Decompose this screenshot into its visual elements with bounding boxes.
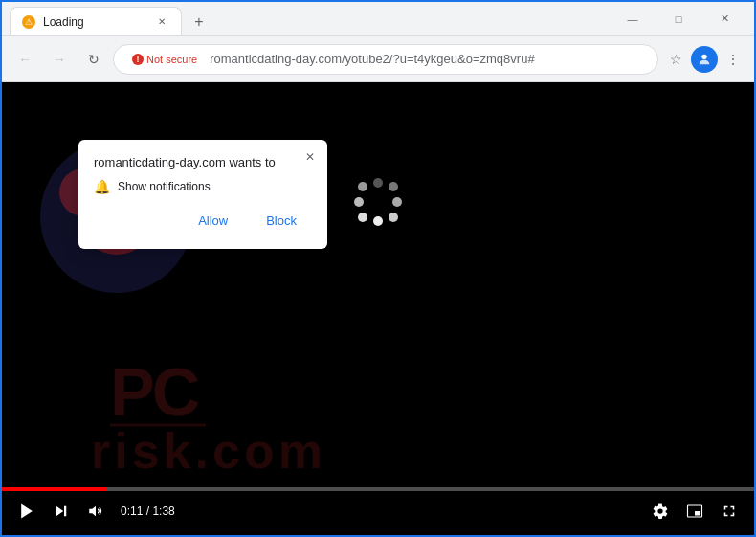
security-icon: ! xyxy=(132,54,144,65)
url-display: romanticdating-day.com/yotube2/?u=t4ykge… xyxy=(210,52,646,66)
spinner-dot-7 xyxy=(358,182,367,191)
address-actions: ☆ ⋮ xyxy=(662,46,746,73)
tab-favicon: ⚠ xyxy=(22,15,35,29)
progress-fill xyxy=(2,487,106,491)
spinner-dot-6 xyxy=(354,197,364,207)
new-tab-button[interactable]: + xyxy=(186,9,212,35)
settings-button[interactable] xyxy=(647,498,674,525)
popup-close-button[interactable]: ✕ xyxy=(300,147,320,167)
minimize-button[interactable]: — xyxy=(611,2,655,36)
active-tab[interactable]: ⚠ Loading ✕ xyxy=(10,7,182,35)
popup-row-text: Show notifications xyxy=(118,180,211,193)
bookmark-button[interactable]: ☆ xyxy=(662,46,689,73)
video-controls: 0:11 / 1:38 xyxy=(2,487,754,535)
popup-actions: Allow Block xyxy=(94,208,312,234)
close-button[interactable]: ✕ xyxy=(702,2,746,36)
security-label: Not secure xyxy=(146,54,197,65)
spinner-dot-4 xyxy=(373,216,383,226)
svg-marker-7 xyxy=(89,506,96,517)
tab-title: Loading xyxy=(43,15,146,29)
bell-icon: 🔔 xyxy=(94,179,110,194)
play-button[interactable] xyxy=(13,498,40,525)
svg-point-0 xyxy=(701,54,706,58)
popup-notification-row: 🔔 Show notifications xyxy=(94,179,312,194)
security-indicator[interactable]: ! Not secure xyxy=(125,51,204,68)
svg-rect-9 xyxy=(695,511,700,516)
svg-text:risk.com: risk.com xyxy=(91,423,326,478)
address-input[interactable]: ! Not secure romanticdating-day.com/yotu… xyxy=(113,44,658,75)
menu-button[interactable]: ⋮ xyxy=(720,46,746,73)
fullscreen-button[interactable] xyxy=(716,498,743,525)
notification-popup: ✕ romanticdating-day.com wants to 🔔 Show… xyxy=(78,140,327,249)
spinner-dot-0 xyxy=(373,178,383,188)
popup-title: romanticdating-day.com wants to xyxy=(94,155,312,169)
progress-bar[interactable] xyxy=(2,487,754,491)
forward-button[interactable]: → xyxy=(44,44,75,75)
svg-marker-5 xyxy=(56,506,64,517)
spinner-dot-5 xyxy=(358,213,367,222)
svg-marker-4 xyxy=(21,504,33,519)
refresh-button[interactable]: ↻ xyxy=(78,44,109,75)
content-area: PC risk.com 0:11 / 1:38 xyxy=(2,82,754,535)
block-button[interactable]: Block xyxy=(251,208,312,234)
tab-close-button[interactable]: ✕ xyxy=(154,14,169,30)
watermark-svg: PC risk.com xyxy=(91,363,665,478)
back-button[interactable]: ← xyxy=(10,44,40,75)
volume-button[interactable] xyxy=(82,498,109,525)
svg-text:PC: PC xyxy=(110,363,199,430)
svg-rect-6 xyxy=(64,506,66,517)
spinner-dot-2 xyxy=(392,197,402,207)
next-button[interactable] xyxy=(48,498,75,525)
address-bar: ← → ↻ ! Not secure romanticdating-day.co… xyxy=(2,36,754,82)
spinner-dot-1 xyxy=(389,182,398,191)
watermark: PC risk.com xyxy=(2,363,754,478)
tab-strip: ⚠ Loading ✕ + xyxy=(10,2,607,35)
title-bar: ⚠ Loading ✕ + — □ ✕ xyxy=(2,2,754,36)
profile-button[interactable] xyxy=(691,46,718,73)
miniplayer-button[interactable] xyxy=(681,498,708,525)
spinner-dots xyxy=(354,178,402,226)
allow-button[interactable]: Allow xyxy=(183,208,243,234)
spinner-dot-3 xyxy=(389,213,398,222)
window-controls: — □ ✕ xyxy=(611,2,746,36)
maximize-button[interactable]: □ xyxy=(656,2,700,36)
browser-window: ⚠ Loading ✕ + — □ ✕ ← → ↻ ! Not secure r… xyxy=(0,0,756,537)
loading-spinner xyxy=(354,178,402,226)
time-display: 0:11 / 1:38 xyxy=(121,504,175,518)
